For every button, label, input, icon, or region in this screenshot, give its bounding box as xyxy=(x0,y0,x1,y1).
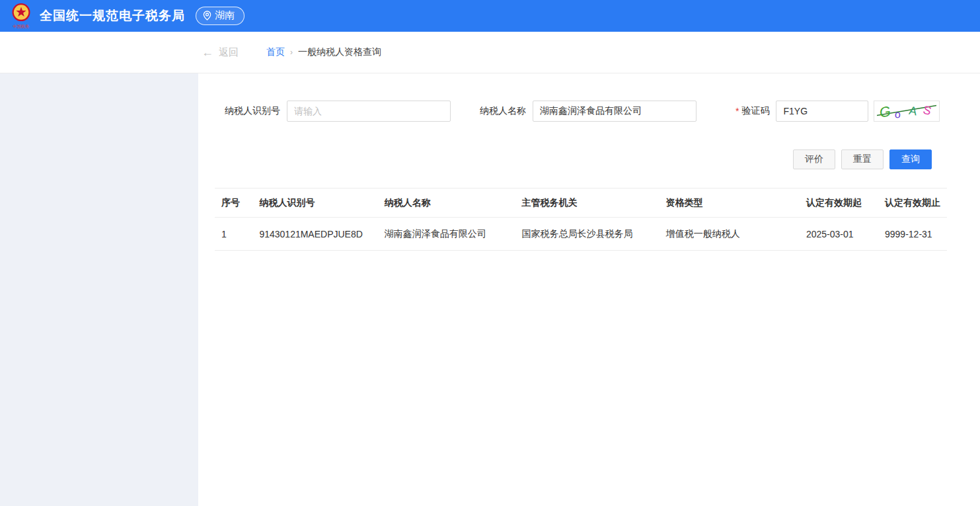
captcha-input[interactable] xyxy=(776,101,868,122)
back-label: 返回 xyxy=(219,46,239,59)
cell-taxpayer-name: 湖南鑫润泽食品有限公司 xyxy=(378,218,515,251)
tax-emblem-logo: 中国税务 xyxy=(9,2,33,30)
breadcrumb-bar: ← 返回 首页 › 一般纳税人资格查询 xyxy=(0,32,980,73)
captcha-char-4: S xyxy=(922,103,933,118)
captcha-char-2: o xyxy=(895,108,902,120)
cell-index: 1 xyxy=(215,218,252,251)
cell-valid-to: 9999-12-31 xyxy=(878,218,947,251)
main-panel: 纳税人识别号 纳税人名称 * 验证码 G o A S xyxy=(198,73,980,506)
app-header: 中国税务 全国统一规范电子税务局 湖南 xyxy=(0,0,980,32)
app-title: 全国统一规范电子税务局 xyxy=(40,7,185,24)
taxpayer-id-group: 纳税人识别号 xyxy=(225,101,451,122)
action-buttons: 评价 重置 查询 xyxy=(215,149,948,169)
taxpayer-name-label: 纳税人名称 xyxy=(480,105,526,117)
reset-button[interactable]: 重置 xyxy=(841,149,884,169)
location-selector[interactable]: 湖南 xyxy=(196,7,245,25)
query-form: 纳税人识别号 纳税人名称 * 验证码 G o A S xyxy=(225,101,948,122)
required-asterisk: * xyxy=(735,106,739,116)
back-button[interactable]: ← 返回 xyxy=(202,46,239,59)
arrow-left-icon: ← xyxy=(202,46,213,58)
captcha-label: 验证码 xyxy=(741,105,769,117)
captcha-group: * 验证码 G o A S xyxy=(735,101,940,122)
breadcrumb-current: 一般纳税人资格查询 xyxy=(298,46,381,58)
table-header-row: 序号 纳税人识别号 纳税人名称 主管税务机关 资格类型 认定有效期起 认定有效期… xyxy=(215,189,947,218)
cell-taxpayer-id: 91430121MAEDPJUE8D xyxy=(252,218,377,251)
breadcrumb-separator: › xyxy=(290,48,293,57)
col-header-valid-from: 认定有效期起 xyxy=(800,189,878,218)
captcha-char-3: A xyxy=(908,104,918,118)
captcha-char-1: G xyxy=(879,103,892,120)
result-table: 序号 纳税人识别号 纳税人名称 主管税务机关 资格类型 认定有效期起 认定有效期… xyxy=(215,188,947,251)
col-header-valid-to: 认定有效期止 xyxy=(878,189,947,218)
col-header-taxpayer-name: 纳税人名称 xyxy=(378,189,515,218)
taxpayer-id-label: 纳税人识别号 xyxy=(225,105,280,117)
location-label: 湖南 xyxy=(215,9,235,22)
col-header-taxpayer-id: 纳税人识别号 xyxy=(252,189,377,218)
col-header-index: 序号 xyxy=(215,189,252,218)
cell-valid-from: 2025-03-01 xyxy=(800,218,878,251)
logo-caption: 中国税务 xyxy=(13,24,29,29)
query-button[interactable]: 查询 xyxy=(889,149,932,169)
page-content: 纳税人识别号 纳税人名称 * 验证码 G o A S xyxy=(0,73,980,506)
table-row: 1 91430121MAEDPJUE8D 湖南鑫润泽食品有限公司 国家税务总局长… xyxy=(215,218,947,251)
evaluate-button[interactable]: 评价 xyxy=(793,149,835,169)
cell-qualification: 增值税一般纳税人 xyxy=(660,218,800,251)
col-header-tax-authority: 主管税务机关 xyxy=(515,189,660,218)
sidebar xyxy=(0,73,198,506)
captcha-image[interactable]: G o A S xyxy=(874,101,940,122)
col-header-qualification: 资格类型 xyxy=(660,189,800,218)
taxpayer-name-group: 纳税人名称 xyxy=(480,101,697,122)
breadcrumb-home-link[interactable]: 首页 xyxy=(266,46,285,58)
taxpayer-id-input[interactable] xyxy=(287,101,451,122)
taxpayer-name-input[interactable] xyxy=(533,101,697,122)
location-pin-icon xyxy=(203,11,211,21)
cell-tax-authority: 国家税务总局长沙县税务局 xyxy=(515,218,660,251)
